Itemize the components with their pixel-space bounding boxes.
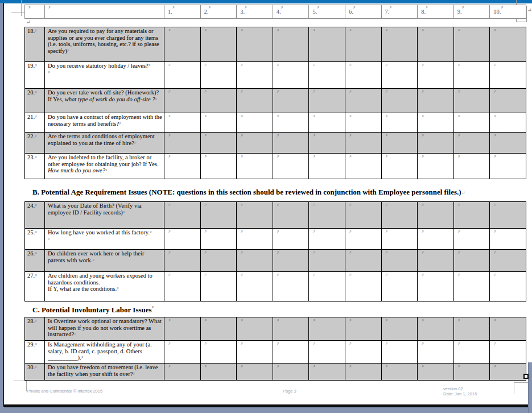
answer-cell[interactable]: .¤ (490, 272, 526, 301)
answer-cell[interactable]: .¤ (490, 89, 526, 113)
answer-cell[interactable]: .¤ (237, 250, 273, 271)
answer-cell[interactable]: .¤ (454, 62, 490, 88)
answer-cell[interactable]: .¤ (201, 113, 237, 132)
question-text-cell[interactable]: Are children and young workers exposed t… (45, 272, 164, 301)
answer-cell[interactable]: .¤ (164, 272, 201, 301)
vertical-scrollbar[interactable] (528, 362, 532, 413)
answer-cell[interactable]: .¤ (454, 229, 490, 249)
answer-cell[interactable]: .¤ (201, 27, 237, 61)
answer-cell[interactable]: .¤ (382, 364, 418, 380)
answer-cell[interactable]: .¤ (418, 317, 454, 340)
answer-cell[interactable]: .¤ (418, 364, 454, 380)
answer-cell[interactable]: .¤ (490, 364, 526, 380)
answer-cell[interactable]: .¤ (164, 154, 201, 179)
answer-cell[interactable]: .¤ (273, 317, 310, 340)
answer-cell[interactable]: .¤ (490, 27, 526, 61)
answer-cell[interactable]: .¤ (418, 89, 454, 113)
answer-cell[interactable]: .¤ (164, 341, 201, 363)
answer-cell[interactable]: .¤ (164, 202, 201, 228)
answer-cell[interactable]: .¤ (309, 341, 345, 363)
answer-cell[interactable]: .¤ (382, 27, 418, 61)
answer-cell[interactable]: .¤ (237, 154, 273, 179)
answer-cell[interactable]: .¤ (345, 133, 382, 153)
answer-cell[interactable]: .¤ (345, 317, 382, 340)
answer-cell[interactable]: .¤ (273, 62, 310, 88)
answer-cell[interactable]: .¤ (345, 202, 382, 228)
answer-cell[interactable]: .¤ (237, 229, 273, 249)
answer-cell[interactable]: .¤ (273, 250, 310, 271)
answer-cell[interactable]: .¤ (201, 272, 237, 301)
question-text-cell[interactable]: Do you receive statutory holiday / leave… (45, 62, 164, 88)
answer-cell[interactable]: .¤ (345, 272, 382, 301)
answer-cell[interactable]: .¤ (237, 62, 273, 88)
answer-cell[interactable]: .¤ (490, 113, 526, 132)
answer-cell[interactable]: .¤ (382, 202, 418, 228)
answer-cell[interactable]: .¤ (273, 133, 310, 153)
answer-cell[interactable]: .¤ (237, 364, 273, 380)
answer-cell[interactable]: .¤ (201, 317, 237, 340)
answer-cell[interactable]: .¤ (237, 272, 273, 301)
answer-cell[interactable]: .¤ (201, 229, 237, 249)
answer-cell[interactable]: .¤ (418, 62, 454, 88)
answer-cell[interactable]: .¤ (309, 272, 345, 301)
answer-cell[interactable]: .¤ (309, 113, 345, 132)
answer-cell[interactable]: .¤ (454, 154, 490, 179)
answer-cell[interactable]: .¤ (345, 89, 382, 113)
answer-cell[interactable]: .¤ (345, 250, 382, 271)
answer-cell[interactable]: .¤ (345, 62, 382, 88)
answer-cell[interactable]: .¤ (201, 133, 237, 153)
answer-cell[interactable]: .¤ (237, 89, 273, 113)
answer-cell[interactable]: .¤ (382, 154, 418, 179)
question-text-cell[interactable]: Are you required to pay for any material… (45, 27, 164, 61)
answer-cell[interactable]: .¤ (309, 154, 345, 179)
question-text-cell[interactable]: Are the terms and conditions of employme… (45, 133, 164, 153)
answer-cell[interactable]: .¤ (273, 89, 310, 113)
answer-cell[interactable]: .¤ (454, 250, 490, 271)
answer-cell[interactable]: .¤ (201, 250, 237, 271)
answer-cell[interactable]: .¤ (418, 229, 454, 249)
answer-cell[interactable]: .¤ (273, 272, 310, 301)
answer-cell[interactable]: .¤ (237, 341, 273, 363)
answer-cell[interactable]: .¤ (273, 154, 310, 179)
answer-cell[interactable]: .¤ (418, 341, 454, 363)
answer-cell[interactable]: .¤ (164, 89, 201, 113)
answer-cell[interactable]: .¤ (418, 113, 454, 132)
answer-cell[interactable]: .¤ (273, 229, 310, 249)
answer-cell[interactable]: .¤ (418, 202, 454, 228)
answer-cell[interactable]: .¤ (345, 113, 382, 132)
question-text-cell[interactable]: What is your Date of Birth? (Verify via … (45, 202, 164, 228)
answer-cell[interactable]: .¤ (454, 89, 490, 113)
question-text-cell[interactable]: Is Overtime work optional or mandatory? … (45, 317, 164, 340)
table-resize-handle[interactable] (523, 374, 529, 379)
answer-cell[interactable]: .¤ (164, 62, 201, 88)
answer-cell[interactable]: .¤ (309, 317, 345, 340)
answer-cell[interactable]: .¤ (490, 250, 526, 271)
answer-cell[interactable]: .¤ (454, 364, 490, 380)
answer-cell[interactable]: .¤ (201, 364, 237, 380)
answer-cell[interactable]: .¤ (345, 154, 382, 179)
answer-cell[interactable]: .¤ (273, 202, 310, 228)
answer-cell[interactable]: .¤ (309, 202, 345, 228)
answer-cell[interactable]: .¤ (164, 27, 201, 61)
question-text-cell[interactable]: Do you have a contract of employment wit… (45, 113, 164, 132)
question-text-cell[interactable]: Are you indebted to the facility, a brok… (45, 154, 164, 179)
answer-cell[interactable]: .¤ (164, 113, 201, 132)
answer-cell[interactable]: .¤ (201, 154, 237, 179)
answer-cell[interactable]: .¤ (382, 250, 418, 271)
answer-cell[interactable]: .¤ (201, 89, 237, 113)
answer-cell[interactable]: .¤ (345, 364, 382, 380)
answer-cell[interactable]: .¤ (382, 341, 418, 363)
answer-cell[interactable]: .¤ (237, 317, 273, 340)
answer-cell[interactable]: .¤ (490, 133, 526, 153)
question-text-cell[interactable]: Do you have freedom of movement (i.e. le… (45, 364, 164, 380)
answer-cell[interactable]: .¤ (164, 250, 201, 271)
answer-cell[interactable]: .¤ (454, 272, 490, 301)
answer-cell[interactable]: .¤ (418, 250, 454, 271)
answer-cell[interactable]: .¤ (273, 364, 310, 380)
answer-cell[interactable]: .¤ (273, 341, 310, 363)
answer-cell[interactable]: .¤ (382, 317, 418, 340)
answer-cell[interactable]: .¤ (382, 113, 418, 132)
answer-cell[interactable]: .¤ (309, 364, 345, 380)
answer-cell[interactable]: .¤ (418, 154, 454, 179)
answer-cell[interactable]: .¤ (490, 317, 526, 340)
